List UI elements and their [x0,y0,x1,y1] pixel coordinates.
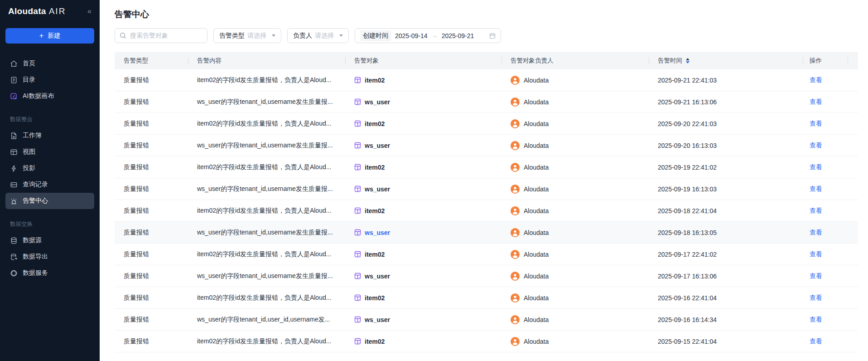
main-content: 告警中心 搜索告警对象 告警类型 请选择 负责人 请选择 [100,0,868,361]
cell-alert-target[interactable]: item02 [345,156,502,178]
cell-alert-target[interactable]: ws_user [345,91,502,112]
cell-alert-type: 质量报错 [115,331,188,352]
target-name-link[interactable]: ws_user [365,316,390,323]
sort-ascending-icon[interactable] [686,58,690,60]
target-name-link[interactable]: ws_user [365,273,390,280]
view-link[interactable]: 查看 [810,120,822,128]
cell-alert-time: 2025-09-17 22:41:02 [649,244,803,265]
cell-alert-type: 质量报错 [115,309,188,330]
cell-alert-target[interactable]: item02 [345,287,502,308]
sort-icon[interactable] [686,58,690,63]
sidebar-item-数据源[interactable]: 数据源 [5,232,94,249]
cell-alert-target[interactable]: ws_user [345,265,502,287]
table-row[interactable]: 质量报错ws_user的字段tenant_id,username发生质量报...… [115,222,858,244]
table-row[interactable]: 质量报错item02的字段id发生质量报错，负责人是Aloud...item02… [115,287,858,309]
view-link[interactable]: 查看 [810,272,822,280]
table-row[interactable]: 质量报错item02的字段id发生质量报错，负责人是Aloud...item02… [115,69,858,91]
cell-alert-target[interactable]: item02 [345,69,502,91]
view-link[interactable]: 查看 [810,229,822,237]
table-row[interactable]: 质量报错item02的字段id发生质量报错，负责人是Aloud...item02… [115,156,858,178]
sidebar-item-数据服务[interactable]: 数据服务 [5,265,94,281]
target-name-link[interactable]: ws_user [365,229,390,236]
date-range-picker[interactable]: 创建时间 2025-09-14 → 2025-09-21 [355,28,501,43]
sidebar-section-label: 数据交换 [10,220,94,228]
cell-alert-time: 2025-09-20 22:41:03 [649,113,803,134]
sidebar-item-工作簿[interactable]: 工作簿 [5,127,94,144]
target-name-link[interactable]: item02 [365,338,385,345]
table-row[interactable]: 质量报错item02的字段id发生质量报错，负责人是Aloud...item02… [115,113,858,135]
cell-alert-content: item02的字段id发生质量报错，负责人是Aloud... [188,156,345,178]
table-row[interactable]: 质量报错ws_user的字段tenant_id,username发生质量报...… [115,178,858,200]
date-end-value[interactable]: 2025-09-21 [442,32,474,39]
view-link[interactable]: 查看 [810,316,822,324]
cell-alert-target[interactable]: item02 [345,331,502,352]
table-row[interactable]: 质量报错ws_user的字段tenant_id,username发生质量报...… [115,265,858,287]
view-link[interactable]: 查看 [810,163,822,171]
view-link[interactable]: 查看 [810,337,822,346]
target-name-link[interactable]: item02 [365,207,385,215]
table-row[interactable]: 质量报错item02的字段id发生质量报错，负责人是Aloud...item02… [115,200,858,222]
view-link[interactable]: 查看 [810,76,822,84]
view-link[interactable]: 查看 [810,207,822,215]
sidebar-item-告警中心[interactable]: 告警中心 [5,193,94,209]
new-button[interactable]: + 新建 [5,28,94,44]
target-name-link[interactable]: ws_user [365,185,390,193]
target-name-link[interactable]: ws_user [365,98,390,106]
alert-time-text: 2025-09-16 22:41:04 [658,294,717,302]
target-name-link[interactable]: item02 [365,120,385,127]
date-start-value[interactable]: 2025-09-14 [395,32,428,39]
table-row[interactable]: 质量报错item02的字段id发生质量报错，负责人是Aloud...item02… [115,331,858,352]
owner-name-text: Aloudata [524,316,549,323]
cell-actions: 查看 [803,69,848,91]
owner-name-text: Aloudata [524,273,549,280]
sidebar-item-查询记录[interactable]: 查询记录 [5,176,94,193]
sort-descending-icon[interactable] [686,61,690,63]
cell-alert-target[interactable]: item02 [345,200,502,221]
column-header-alert-time[interactable]: 告警时间 [649,52,803,69]
collapse-sidebar-icon[interactable]: « [87,7,92,15]
target-name-link[interactable]: item02 [365,294,385,302]
table-row[interactable]: 质量报错ws_user的字段tenant_id,username发生质量报...… [115,135,858,156]
alert-content-text: ws_user的字段tenant_id,user_id,username发... [197,316,330,324]
sidebar-item-投影[interactable]: 投影 [5,160,94,176]
cell-alert-type: 质量报错 [115,156,188,178]
sidebar-item-首页[interactable]: 首页 [5,55,94,72]
table-header: 告警类型 告警内容 告警对象 告警对象负责人 告警时间 [115,52,858,69]
app-window: Aloudata AIR « + 新建 首页目录AI数据画布数据整合工作簿视图投… [0,0,868,361]
sidebar-item-数据导出[interactable]: 数据导出 [5,249,94,265]
cell-alert-time: 2025-09-18 22:41:04 [649,200,803,221]
view-link[interactable]: 查看 [810,141,822,150]
target-name-link[interactable]: ws_user [365,142,390,149]
cell-alert-target[interactable]: item02 [345,113,502,134]
target-name-link[interactable]: item02 [365,164,385,171]
view-link[interactable]: 查看 [810,294,822,302]
cell-alert-target[interactable]: ws_user [345,135,502,156]
target-name-link[interactable]: item02 [365,77,385,84]
avatar [511,206,520,215]
alert-type-select[interactable]: 告警类型 请选择 [213,28,281,43]
sidebar-item-AI数据画布[interactable]: AI数据画布 [5,88,94,104]
cell-alert-target[interactable]: ws_user [345,309,502,330]
cell-alert-time: 2025-09-17 16:13:06 [649,265,803,287]
view-link[interactable]: 查看 [810,98,822,106]
sidebar-item-目录[interactable]: 目录 [5,72,94,88]
owner-name-text: Aloudata [524,338,549,345]
owner-select[interactable]: 负责人 请选择 [287,28,349,43]
alert-content-text: ws_user的字段tenant_id,username发生质量报... [197,272,333,280]
target-name-link[interactable]: item02 [365,251,385,258]
sidebar-item-视图[interactable]: 视图 [5,144,94,160]
owner-placeholder: 请选择 [315,32,334,40]
cell-alert-target[interactable]: ws_user [345,178,502,200]
table-row[interactable]: 质量报错item02的字段id发生质量报错，负责人是Aloud...item02… [115,244,858,265]
cell-alert-type: 质量报错 [115,135,188,156]
table-row[interactable]: 质量报错ws_user的字段tenant_id,user_id,username… [115,309,858,331]
avatar [511,315,520,324]
cell-alert-target[interactable]: item02 [345,244,502,265]
avatar [511,141,520,150]
view-link[interactable]: 查看 [810,250,822,259]
search-input[interactable]: 搜索告警对象 [115,28,207,43]
cell-alert-type: 质量报错 [115,287,188,308]
table-row[interactable]: 质量报错ws_user的字段tenant_id,username发生质量报...… [115,91,858,113]
cell-alert-target[interactable]: ws_user [345,222,502,243]
view-link[interactable]: 查看 [810,185,822,193]
